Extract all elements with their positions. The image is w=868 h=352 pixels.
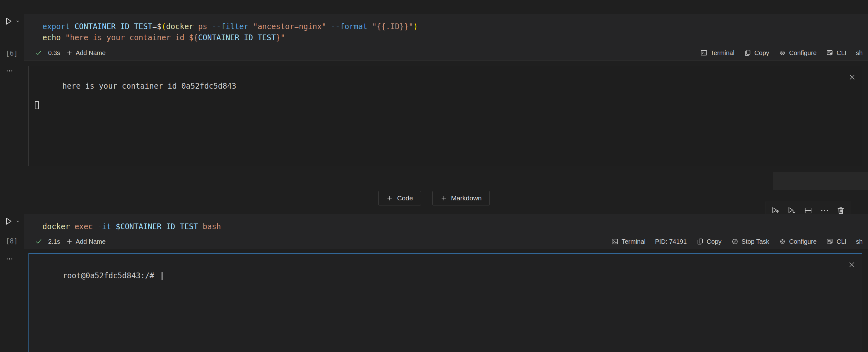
cell1-editor[interactable]: export CONTAINER_ID_TEST=$(docker ps --f… (24, 14, 868, 60)
plus-icon (66, 238, 73, 245)
cell2-code: docker exec -it $CONTAINER_ID_TEST bash (42, 221, 861, 232)
hover-highlight (773, 172, 868, 190)
cell2-editor[interactable]: docker exec -it $CONTAINER_ID_TEST bash … (24, 214, 868, 249)
cell1-add-name-button[interactable]: Add Name (66, 50, 106, 57)
execute-below-button[interactable] (787, 206, 796, 215)
cell2-output-more-actions[interactable] (4, 255, 14, 263)
cell1-language-selector[interactable]: sh (856, 50, 863, 57)
execute-above-button[interactable] (771, 206, 780, 215)
cell1-code: export CONTAINER_ID_TEST=$(docker ps --f… (42, 21, 861, 43)
copy-icon (696, 238, 704, 245)
plus-icon (66, 50, 73, 56)
cli-label: CLI (837, 50, 846, 57)
cell2-status-left: 2.1s Add Name (35, 238, 105, 245)
cell1-execution-count: [6] (6, 50, 18, 57)
add-name-label: Add Name (76, 50, 106, 57)
close-icon (848, 260, 856, 269)
terminal-icon (700, 49, 708, 57)
chevron-down-icon[interactable] (15, 219, 20, 224)
cell2-add-name-button[interactable]: Add Name (66, 238, 106, 245)
chevron-down-icon[interactable] (15, 19, 20, 24)
cell1-terminal-button[interactable]: Terminal (700, 49, 735, 57)
cell1-status-left: 0.3s Add Name (35, 49, 105, 57)
terminal-label: Terminal (711, 50, 735, 57)
success-check-icon (35, 49, 42, 57)
add-code-label: Code (397, 194, 413, 202)
cell1-cli-button[interactable]: CLI (826, 49, 846, 57)
plus-icon (440, 195, 447, 202)
terminal-icon (611, 238, 619, 245)
copy-icon (744, 49, 751, 57)
cell1-output-more-actions[interactable] (4, 67, 14, 75)
stop-slash-circle-icon (731, 238, 739, 245)
copy-label: Copy (754, 50, 769, 57)
configure-label: Configure (789, 50, 817, 57)
cell2-output-terminal[interactable]: root@0a52fdc5d843:/# (29, 253, 862, 352)
ellipsis-icon (820, 206, 829, 215)
add-name-label: Add Name (76, 238, 106, 245)
cell1-duration: 0.3s (48, 50, 60, 57)
notebook: [6] export CONTAINER_ID_TEST=$(docker ps… (0, 0, 868, 352)
cell2-stop-task-button[interactable]: Stop Task (731, 238, 769, 245)
cell2-copy-button[interactable]: Copy (696, 238, 722, 245)
code-line: echo "here is your container id ${CONTAI… (42, 32, 861, 43)
more-actions-button[interactable] (820, 206, 829, 215)
cell1-configure-button[interactable]: Configure (779, 49, 817, 57)
insert-cell-row: Code Markdown (0, 191, 868, 205)
stop-task-label: Stop Task (742, 238, 769, 245)
cell1-output-close-button[interactable] (848, 73, 856, 82)
cell2-output-text: root@0a52fdc5d843:/# (35, 261, 162, 290)
cell2-status-right: Terminal PID: 74191 Copy Stop Task Confi… (611, 238, 863, 245)
terminal-bar-cursor (161, 272, 162, 280)
plus-icon (386, 195, 393, 202)
cell2-configure-button[interactable]: Configure (779, 238, 817, 245)
terminal-prompt: root@0a52fdc5d843:/# (63, 271, 159, 280)
delete-cell-button[interactable] (836, 206, 845, 215)
play-icon (4, 17, 13, 26)
run-above-icon (771, 206, 780, 215)
cell1-copy-button[interactable]: Copy (744, 49, 769, 57)
language-label: sh (856, 50, 863, 57)
code-line: docker exec -it $CONTAINER_ID_TEST bash (42, 221, 861, 232)
trash-icon (836, 206, 845, 215)
terminal-label: Terminal (622, 238, 646, 245)
cell2-output-close-button[interactable] (848, 260, 856, 269)
gear-icon (779, 49, 786, 57)
split-cell-icon (804, 206, 812, 215)
run-below-icon (787, 206, 796, 215)
cell2-pid-label: PID: 74191 (655, 238, 687, 245)
cell2-duration: 2.1s (48, 238, 60, 245)
cli-icon (826, 49, 834, 57)
ellipsis-icon (4, 255, 14, 263)
cell2-run-button[interactable] (4, 217, 20, 226)
cell1-output-text: here is your container id 0a52fdc5d843 (35, 72, 236, 128)
add-code-cell-button[interactable]: Code (378, 191, 421, 205)
add-markdown-cell-button[interactable]: Markdown (432, 191, 490, 205)
cell1-statusbar: 0.3s Add Name Terminal Copy Configure (24, 45, 868, 60)
close-icon (848, 73, 856, 82)
code-line: export CONTAINER_ID_TEST=$(docker ps --f… (42, 21, 861, 32)
cli-icon (826, 238, 834, 245)
split-cell-button[interactable] (804, 206, 812, 215)
cli-label: CLI (837, 238, 846, 245)
ellipsis-icon (4, 67, 14, 75)
cell1-output-terminal[interactable]: here is your container id 0a52fdc5d843 (29, 66, 862, 166)
cell1-run-button[interactable] (4, 17, 20, 26)
output-line: here is your container id 0a52fdc5d843 (62, 82, 236, 91)
configure-label: Configure (789, 238, 817, 245)
language-label: sh (856, 238, 863, 245)
copy-label: Copy (707, 238, 722, 245)
success-check-icon (35, 238, 42, 245)
play-icon (4, 217, 13, 226)
gear-icon (779, 238, 786, 245)
cell2-terminal-button[interactable]: Terminal (611, 238, 646, 245)
cell2-statusbar: 2.1s Add Name Terminal PID: 74191 Copy (24, 234, 868, 249)
cell2-language-selector[interactable]: sh (856, 238, 863, 245)
terminal-block-cursor (35, 101, 39, 109)
cell2-cli-button[interactable]: CLI (826, 238, 846, 245)
cell1-status-right: Terminal Copy Configure CLI sh (700, 49, 863, 57)
add-markdown-label: Markdown (451, 194, 482, 202)
cell2-execution-count: [8] (6, 237, 18, 245)
